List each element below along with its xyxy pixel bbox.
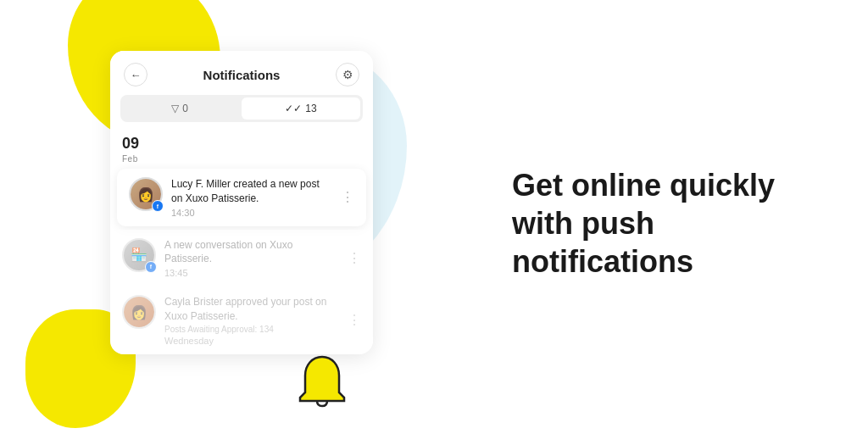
unread-count: 0 xyxy=(182,103,188,114)
date-day: 09 xyxy=(110,131,373,154)
left-section: ← Notifications ⚙ ▽ 0 ✓✓ 13 09 Feb 👩 f xyxy=(0,0,441,445)
hero-line-1: Get online quickly xyxy=(512,167,775,202)
avatar-wrap-2: 🏪 f xyxy=(122,238,156,272)
notif-text-2: A new conversation on Xuxo Patisserie. xyxy=(164,238,339,267)
check-icon: ✓✓ xyxy=(285,103,302,114)
notif-time-2: 13:45 xyxy=(164,268,339,278)
notification-tabs: ▽ 0 ✓✓ 13 xyxy=(120,95,363,122)
tab-read[interactable]: ✓✓ 13 xyxy=(242,97,360,120)
notif-content-1: Lucy F. Miller created a new post on Xux… xyxy=(171,177,332,218)
tab-unread[interactable]: ▽ 0 xyxy=(120,95,239,122)
bell-icon xyxy=(288,348,356,416)
avatar-3: 👩 xyxy=(122,295,156,329)
facebook-badge-2: f xyxy=(145,261,157,273)
notif-content-2: A new conversation on Xuxo Patisserie. 1… xyxy=(164,238,339,279)
avatar-wrap-3: 👩 xyxy=(122,295,156,329)
read-count: 13 xyxy=(305,103,316,114)
settings-button[interactable]: ⚙ xyxy=(336,63,359,86)
back-button[interactable]: ← xyxy=(124,63,147,86)
filter-icon: ▽ xyxy=(171,103,179,114)
notification-item-1: 👩 f Lucy F. Miller created a new post on… xyxy=(117,169,366,226)
notif-text-3: Cayla Brister approved your post on Xuxo… xyxy=(164,295,339,324)
notification-item-3: 👩 Cayla Brister approved your post on Xu… xyxy=(110,286,373,354)
hero-text: Get online quickly with push notificatio… xyxy=(512,165,834,280)
card-title: Notifications xyxy=(203,68,281,82)
date-month: Feb xyxy=(122,154,373,164)
avatar-img-3: 👩 xyxy=(124,297,154,327)
notif-menu-1[interactable]: ⋮ xyxy=(341,189,354,205)
notif-content-3: Cayla Brister approved your post on Xuxo… xyxy=(164,295,339,346)
notif-text-1: Lucy F. Miller created a new post on Xux… xyxy=(171,177,332,206)
notif-time-3: Wednesday xyxy=(164,336,339,346)
avatar-wrap-1: 👩 f xyxy=(129,177,163,211)
card-header: ← Notifications ⚙ xyxy=(110,51,373,95)
notif-menu-2[interactable]: ⋮ xyxy=(348,250,361,266)
notif-menu-3[interactable]: ⋮ xyxy=(348,312,361,328)
notif-time-1: 14:30 xyxy=(171,208,332,218)
notif-sub-3: Posts Awaiting Approval: 134 xyxy=(164,325,339,334)
bell-icon-wrap xyxy=(288,348,356,420)
notification-card: ← Notifications ⚙ ▽ 0 ✓✓ 13 09 Feb 👩 f xyxy=(110,51,373,354)
hero-line-2: with push notifications xyxy=(512,205,693,278)
right-section: Get online quickly with push notificatio… xyxy=(512,165,834,280)
notification-item-2: 🏪 f A new conversation on Xuxo Patisseri… xyxy=(110,230,373,287)
facebook-badge-1: f xyxy=(152,200,164,212)
